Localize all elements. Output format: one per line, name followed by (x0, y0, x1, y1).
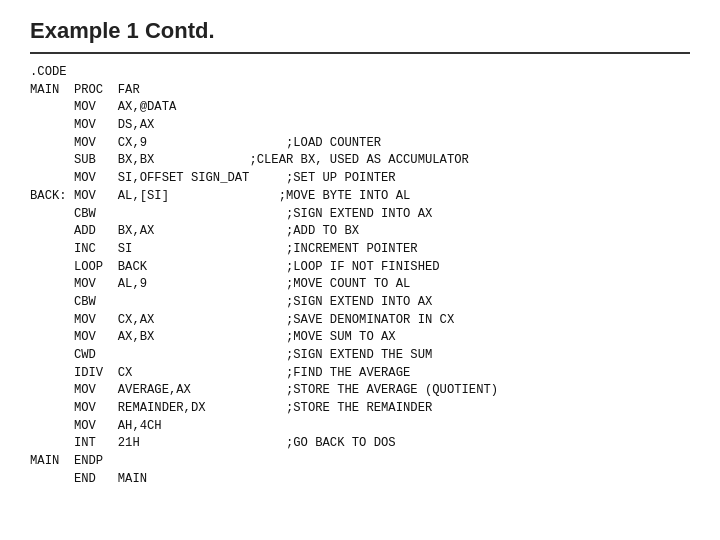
page-title: Example 1 Contd. (30, 18, 690, 44)
divider (30, 52, 690, 54)
code-block: .CODE MAIN PROC FAR MOV AX,@DATA MOV DS,… (30, 64, 690, 489)
page: Example 1 Contd. .CODE MAIN PROC FAR MOV… (0, 0, 720, 540)
